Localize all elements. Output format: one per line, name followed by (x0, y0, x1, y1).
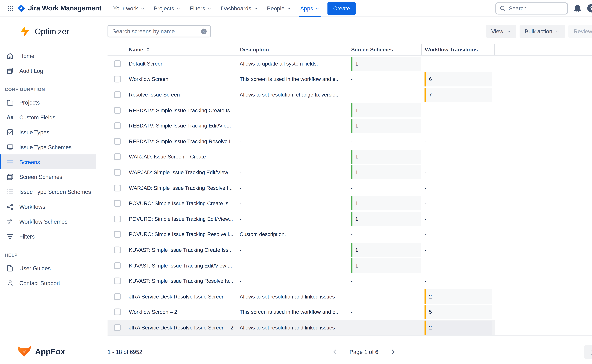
table-row[interactable]: REBDATV: Simple Issue Tracking Resolve I… (108, 134, 592, 149)
table-row[interactable]: Default ScreenAllows to update all syste… (108, 56, 592, 72)
row-name[interactable]: REBDATV: Simple Issue Tracking Create Is… (125, 103, 237, 118)
sidebar: Optimizer Home Audit Log CONFIGURATION (0, 17, 96, 364)
row-name[interactable]: POVURO: Simple Issue Tracking Edit/View.… (125, 211, 237, 227)
row-name[interactable]: WARJAD: Simple Issue Tracking Resolve I.… (125, 180, 237, 195)
row-name[interactable]: REBDATV: Simple Issue Tracking Resolve I… (125, 134, 237, 149)
row-checkbox[interactable] (114, 138, 121, 145)
row-checkbox[interactable] (114, 107, 121, 114)
row-checkbox[interactable] (114, 309, 121, 316)
nav-item-your-work[interactable]: Your work (109, 0, 149, 17)
row-name[interactable]: JIRA Service Desk Resolve Issue Screen –… (125, 320, 237, 335)
sidebar-item-user-guides[interactable]: User Guides (0, 261, 96, 276)
nav-item-dashboards[interactable]: Dashboards (216, 0, 262, 17)
table-row[interactable]: Workflow Screen – 2This screen is used i… (108, 304, 592, 320)
sidebar-item-workflows[interactable]: Workflows (0, 199, 96, 214)
row-description: - (237, 242, 351, 258)
row-name[interactable]: KUVAST: Simple Issue Tracking Resolve Is… (125, 273, 237, 289)
nav-item-people[interactable]: People (262, 0, 296, 17)
row-checkbox[interactable] (114, 91, 121, 98)
nav-item-apps[interactable]: Apps (296, 0, 324, 17)
table-row[interactable]: KUVAST: Simple Issue Tracking Edit/View … (108, 258, 592, 273)
export-button[interactable]: Export (584, 345, 592, 359)
sidebar-item-projects[interactable]: Projects (0, 95, 96, 110)
column-header-workflow-transitions[interactable]: Workflow Transitions (421, 44, 495, 55)
create-button[interactable]: Create (328, 2, 356, 15)
row-checkbox[interactable] (114, 184, 121, 191)
jira-logo[interactable]: Jira Work Management (17, 4, 101, 13)
row-checkbox[interactable] (114, 153, 121, 160)
row-name[interactable]: KUVAST: Simple Issue Tracking Create Iss… (125, 242, 237, 258)
table-row[interactable]: POVURO: Simple Issue Tracking Resolve I.… (108, 227, 592, 242)
notifications-bell-icon[interactable] (573, 4, 582, 13)
sidebar-item-screen-schemes[interactable]: Screen Schemes (0, 169, 96, 184)
table-row[interactable]: JIRA Service Desk Resolve Issue Screen –… (108, 320, 592, 335)
nav-item-label: Projects (154, 5, 174, 12)
table-row[interactable]: KUVAST: Simple Issue Tracking Create Iss… (108, 242, 592, 258)
table-row[interactable]: WARJAD: Issue Screen – Create-1- (108, 149, 592, 164)
row-name[interactable]: POVURO: Simple Issue Tracking Create Is.… (125, 195, 237, 211)
global-search[interactable] (495, 2, 568, 14)
row-name[interactable]: WARJAD: Simple Issue Tracking Edit/View.… (125, 165, 237, 180)
row-name[interactable]: Workflow Screen – 2 (125, 304, 237, 320)
row-checkbox[interactable] (114, 76, 121, 83)
sort-icon[interactable] (146, 47, 151, 52)
sidebar-item-screens[interactable]: Screens (0, 155, 96, 169)
sidebar-item-custom-fields[interactable]: Custom Fields (0, 110, 96, 125)
screens-search-input[interactable] (112, 28, 199, 35)
row-checkbox[interactable] (114, 247, 121, 254)
sidebar-item-workflow-schemes[interactable]: Workflow Schemes (0, 214, 96, 229)
row-name[interactable]: Default Screen (125, 56, 237, 72)
column-header-description[interactable]: Description (237, 44, 351, 55)
view-button[interactable]: View (486, 25, 516, 38)
sidebar-item-issue-type-screen-schemes[interactable]: Issue Type Screen Schemes (0, 184, 96, 199)
row-checkbox[interactable] (114, 324, 121, 331)
bulk-action-button[interactable]: Bulk action (519, 25, 565, 38)
row-name[interactable]: Resolve Issue Screen (125, 87, 237, 102)
prev-page-button[interactable] (332, 348, 340, 356)
row-checkbox[interactable] (114, 200, 121, 207)
row-checkbox[interactable] (114, 293, 121, 300)
row-name[interactable]: POVURO: Simple Issue Tracking Resolve I.… (125, 227, 237, 242)
sidebar-item-issue-types[interactable]: Issue Types (0, 125, 96, 140)
row-name[interactable]: Workflow Screen (125, 72, 237, 87)
row-filler (495, 242, 592, 258)
table-row[interactable]: KUVAST: Simple Issue Tracking Resolve Is… (108, 273, 592, 289)
app-switcher-button[interactable] (4, 2, 16, 14)
row-screen-schemes-value: 1 (351, 243, 421, 257)
clear-search-icon[interactable] (201, 28, 207, 34)
help-icon[interactable] (587, 4, 592, 13)
sidebar-item-issue-type-schemes[interactable]: Issue Type Schemes (0, 140, 96, 155)
table-row[interactable]: Resolve Issue ScreenAllows to set resolu… (108, 87, 592, 102)
table-row[interactable]: Workflow ScreenThis screen is used in th… (108, 72, 592, 87)
row-checkbox[interactable] (114, 60, 121, 67)
row-checkbox[interactable] (114, 215, 121, 222)
table-row[interactable]: POVURO: Simple Issue Tracking Create Is.… (108, 195, 592, 211)
table-row[interactable]: WARJAD: Simple Issue Tracking Edit/View.… (108, 165, 592, 180)
table-row[interactable]: REBDATV: Simple Issue Tracking Edit/Vie.… (108, 118, 592, 134)
row-checkbox[interactable] (114, 262, 121, 269)
sidebar-item-home[interactable]: Home (0, 48, 96, 63)
table-row[interactable]: WARJAD: Simple Issue Tracking Resolve I.… (108, 180, 592, 195)
row-checkbox[interactable] (114, 278, 121, 284)
sidebar-item-contact-support[interactable]: Contact Support (0, 276, 96, 290)
review-changes-button[interactable]: Review changes (568, 25, 592, 38)
sidebar-item-audit-log[interactable]: Audit Log (0, 63, 96, 78)
table-row[interactable]: REBDATV: Simple Issue Tracking Create Is… (108, 103, 592, 118)
row-filler (495, 180, 592, 195)
global-search-input[interactable] (508, 5, 564, 12)
nav-item-projects[interactable]: Projects (149, 0, 185, 17)
row-name[interactable]: REBDATV: Simple Issue Tracking Edit/Vie.… (125, 118, 237, 134)
row-checkbox[interactable] (114, 231, 121, 238)
row-name[interactable]: JIRA Service Desk Resolve Issue Screen (125, 289, 237, 304)
row-name[interactable]: WARJAD: Issue Screen – Create (125, 149, 237, 164)
row-name[interactable]: KUVAST: Simple Issue Tracking Edit/View … (125, 258, 237, 273)
column-header-screen-schemes[interactable]: Screen Schemes (351, 44, 421, 55)
column-header-name[interactable]: Name (125, 44, 237, 55)
table-row[interactable]: JIRA Service Desk Resolve Issue ScreenAl… (108, 289, 592, 304)
row-checkbox[interactable] (114, 122, 121, 129)
nav-item-filters[interactable]: Filters (185, 0, 216, 17)
table-row[interactable]: POVURO: Simple Issue Tracking Edit/View.… (108, 211, 592, 227)
sidebar-item-filters[interactable]: Filters (0, 229, 96, 244)
row-checkbox[interactable] (114, 169, 121, 176)
next-page-button[interactable] (388, 348, 396, 356)
